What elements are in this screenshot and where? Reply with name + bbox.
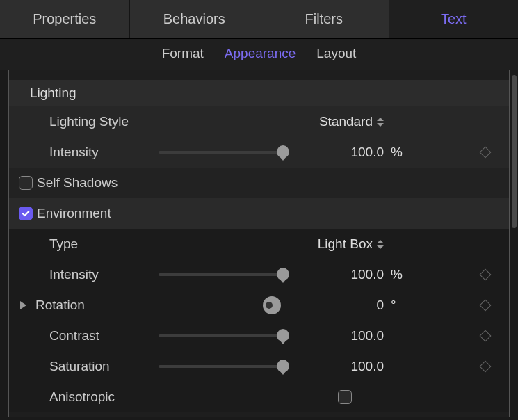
- label-env-contrast: Contrast: [30, 328, 159, 344]
- row-env-intensity: Intensity 100.0 %: [9, 259, 509, 290]
- value-lighting-intensity[interactable]: 100.0: [298, 145, 388, 160]
- scrollbar-thumb[interactable]: [512, 75, 517, 228]
- checkbox-environment[interactable]: [19, 207, 33, 220]
- slider-thumb-icon[interactable]: [277, 360, 289, 372]
- value-env-type[interactable]: Light Box: [318, 236, 373, 252]
- label-env-anisotropic: Anisotropic: [30, 389, 159, 405]
- inspector-panel: Lighting Lighting Style Standard Intensi…: [8, 70, 510, 417]
- row-self-shadows: Self Shadows: [9, 168, 509, 198]
- slider-lighting-intensity[interactable]: [159, 151, 284, 154]
- row-lighting-intensity: Intensity 100.0 %: [9, 137, 509, 168]
- keyframe-icon[interactable]: [480, 361, 492, 373]
- slider-thumb-icon[interactable]: [277, 329, 289, 341]
- label-lighting-style: Lighting Style: [30, 114, 159, 129]
- label-environment: Environment: [35, 206, 164, 221]
- value-env-intensity[interactable]: 100.0: [298, 267, 388, 282]
- slider-env-contrast[interactable]: [159, 334, 284, 337]
- keyframe-icon[interactable]: [480, 147, 492, 159]
- unit-env-intensity: %: [388, 267, 409, 282]
- sub-tabs: Format Appearance Layout: [0, 39, 518, 70]
- dial-rotation[interactable]: [263, 296, 281, 314]
- unit-lighting-intensity: %: [388, 145, 409, 160]
- dropdown-stepper-icon[interactable]: [377, 240, 384, 249]
- tab-properties[interactable]: Properties: [0, 0, 130, 38]
- tab-behaviors[interactable]: Behaviors: [130, 0, 260, 38]
- checkbox-anisotropic[interactable]: [338, 390, 352, 404]
- keyframe-icon[interactable]: [480, 300, 492, 312]
- slider-env-saturation[interactable]: [159, 365, 284, 368]
- label-env-rotation: Rotation: [30, 298, 159, 313]
- row-lighting-style: Lighting Style Standard: [9, 106, 509, 137]
- row-env-saturation: Saturation 100.0: [9, 351, 509, 382]
- subtab-layout[interactable]: Layout: [316, 46, 356, 61]
- row-environment: Environment: [9, 198, 509, 229]
- section-lighting: Lighting: [9, 80, 509, 106]
- slider-thumb-icon[interactable]: [277, 268, 289, 280]
- subtab-appearance[interactable]: Appearance: [225, 46, 296, 61]
- unit-env-rotation: °: [388, 298, 409, 313]
- subtab-format[interactable]: Format: [162, 46, 204, 61]
- value-env-contrast[interactable]: 100.0: [298, 328, 388, 344]
- label-self-shadows: Self Shadows: [35, 175, 164, 191]
- row-env-type: Type Light Box: [9, 229, 509, 259]
- label-env-saturation: Saturation: [30, 359, 159, 374]
- row-env-contrast: Contrast 100.0: [9, 321, 509, 351]
- slider-thumb-icon[interactable]: [277, 145, 289, 158]
- value-env-saturation[interactable]: 100.0: [298, 359, 388, 374]
- slider-env-intensity[interactable]: [159, 273, 284, 276]
- label-env-type: Type: [30, 236, 159, 252]
- value-lighting-style[interactable]: Standard: [319, 114, 373, 129]
- label-lighting-intensity: Intensity: [30, 145, 159, 160]
- row-env-anisotropic: Anisotropic: [9, 382, 509, 412]
- keyframe-icon[interactable]: [480, 269, 492, 281]
- value-env-rotation[interactable]: 0: [298, 298, 388, 313]
- main-tabs: Properties Behaviors Filters Text: [0, 0, 518, 39]
- keyframe-icon[interactable]: [480, 330, 492, 342]
- scrollbar[interactable]: [512, 70, 517, 412]
- dropdown-stepper-icon[interactable]: [377, 118, 384, 127]
- disclose-arrow-icon[interactable]: [20, 301, 26, 309]
- tab-filters[interactable]: Filters: [259, 0, 389, 38]
- tab-text[interactable]: Text: [389, 0, 519, 38]
- row-env-rotation: Rotation 0 °: [9, 290, 509, 321]
- checkbox-self-shadows[interactable]: [19, 176, 33, 190]
- label-env-intensity: Intensity: [30, 267, 159, 282]
